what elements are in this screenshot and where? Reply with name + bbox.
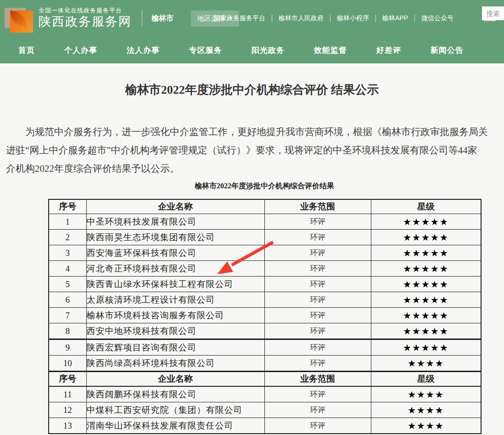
- cell-scope: 环评: [264, 230, 371, 245]
- article-content: 榆林市2022年度涉批中介机构综合评价 结果公示 为规范中介服务行为，进一步强化…: [0, 63, 504, 434]
- table-row: 10陕西尚绿高科环境科技有限公司环评★★★★: [49, 356, 481, 372]
- cell-no: 6: [49, 292, 86, 308]
- cell-name: 陕西雨昊生态环境集团有限公司: [86, 230, 264, 245]
- top-link[interactable]: 微信公众号: [415, 14, 460, 23]
- cell-stars: ★★★★★: [371, 245, 481, 261]
- header-cell: 业务范围: [264, 372, 371, 387]
- top-link[interactable]: 榆林APP: [376, 14, 414, 23]
- cell-no: 13: [49, 418, 86, 434]
- cell-scope: 环评: [264, 261, 371, 277]
- cell-no: 12: [49, 402, 86, 418]
- header-cell: 业务范围: [264, 199, 371, 214]
- cell-no: 3: [49, 245, 86, 261]
- table-row: 2陕西雨昊生态环境集团有限公司环评★★★★★: [49, 230, 481, 245]
- table-row: 4河北奇正环境科技有限公司环评★★★★★: [49, 261, 481, 277]
- cell-name: 中煤科工西安研究院（集团）有限公司: [86, 402, 264, 418]
- top-links: 国家政务服务平台榆林市人民政府榆林小程序榆林APP微信公众号注册: [207, 0, 497, 37]
- top-link[interactable]: 榆林小程序: [330, 14, 375, 23]
- cell-name: 中圣环境科技发展有限公司: [86, 214, 264, 230]
- cell-no: 7: [49, 308, 86, 323]
- nav-item[interactable]: 效能监督: [314, 45, 347, 56]
- header-divider: [142, 11, 142, 26]
- table-row: 1中圣环境科技发展有限公司环评★★★★★: [49, 214, 481, 230]
- table-row: 12中煤科工西安研究院（集团）有限公司环评★★★★: [49, 402, 481, 418]
- cell-stars: ★★★★★: [371, 323, 481, 339]
- cell-scope: 环评: [264, 308, 371, 323]
- header-cell: 企业名称: [86, 199, 264, 214]
- cell-no: 10: [49, 356, 86, 372]
- cell-stars: ★★★★★: [371, 292, 481, 308]
- cell-name: 陕西青山绿水环保科技工程有限公司: [86, 277, 264, 292]
- table-row: 13渭南华山环保科技发展有限责任公司环评★★★★: [49, 418, 481, 434]
- cell-name: 河北奇正环境科技有限公司: [86, 261, 264, 277]
- cell-no: 4: [49, 261, 86, 277]
- cell-scope: 环评: [264, 356, 371, 372]
- nav-item[interactable]: 好差评: [376, 45, 401, 56]
- cell-scope: 环评: [264, 418, 371, 434]
- results-table: 序号企业名称业务范围星级1中圣环境科技发展有限公司环评★★★★★2陕西雨昊生态环…: [48, 199, 482, 434]
- announcement-paragraph: 为规范中介服务行为，进一步强化中介监管工作，更好地提升我市营商环境，根据《榆林市…: [0, 123, 504, 178]
- cell-stars: ★★★★★: [371, 277, 481, 292]
- cell-stars: ★★★★★: [371, 214, 481, 230]
- cell-scope: 环评: [264, 323, 371, 339]
- search-input[interactable]: [482, 6, 504, 20]
- platform-label: 全国一体化在线政务服务平台: [39, 7, 132, 14]
- nav-item[interactable]: 首页: [18, 45, 35, 56]
- header-cell: 星级: [371, 199, 481, 214]
- main-nav: 首页个人办事法人办事专区服务阳光政务效能监督好差评新闻公告: [0, 37, 504, 63]
- table-row: 6太原核清环境工程设计有限公司环评★★★★★: [49, 292, 481, 308]
- cell-scope: 环评: [264, 277, 371, 292]
- site-logo: [4, 4, 33, 33]
- cell-name: 渭南华山环保科技发展有限责任公司: [86, 418, 264, 434]
- cell-name: 榆林市环境科技咨询服务有限公司: [86, 308, 264, 323]
- cell-name: 西安海蓝环保科技有限公司: [86, 245, 264, 261]
- cell-name: 陕西阔鹏环保科技有限公司: [86, 386, 264, 402]
- table-row: 9陕西宏辉项目咨询有限公司环评★★★★★: [49, 339, 481, 356]
- nav-item[interactable]: 新闻公告: [431, 45, 464, 56]
- site-name: 陕西政务服务网: [39, 14, 132, 30]
- table-row: 8西安中地环境科技有限公司环评★★★★★: [49, 323, 481, 339]
- cell-stars: ★★★★: [371, 356, 481, 372]
- header-cell: 序号: [49, 372, 86, 387]
- table-header-row: 序号企业名称业务范围星级: [49, 199, 481, 214]
- cell-no: 1: [49, 214, 86, 230]
- cell-stars: ★★★★★: [371, 339, 481, 356]
- cell-name: 西安中地环境科技有限公司: [86, 323, 264, 339]
- table-row: 5陕西青山绿水环保科技工程有限公司环评★★★★★: [49, 277, 481, 292]
- brand-text: 全国一体化在线政务服务平台 陕西政务服务网: [39, 7, 132, 30]
- current-city-label: 榆林市: [151, 14, 174, 23]
- cell-name: 太原核清环境工程设计有限公司: [86, 292, 264, 308]
- header-cell: 序号: [49, 199, 86, 214]
- site-header: 全国一体化在线政务服务平台 陕西政务服务网 榆林市 地区选择 ▼ 国家政务服务平…: [0, 0, 504, 37]
- cell-stars: ★★★★★: [371, 308, 481, 323]
- page-title: 榆林市2022年度涉批中介机构综合评价 结果公示: [0, 63, 504, 100]
- page: { "brand": { "platform_label": "全国一体化在线政…: [0, 0, 504, 435]
- cell-scope: 环评: [264, 292, 371, 308]
- table-caption: 榆林市2022年度涉批中介机构综合评价结果: [48, 181, 481, 191]
- table-header-row: 序号企业名称业务范围星级: [49, 372, 481, 387]
- top-link[interactable]: 国家政务服务平台: [207, 14, 272, 23]
- cell-name: 陕西尚绿高科环境科技有限公司: [86, 356, 264, 372]
- cell-stars: ★★★★★: [371, 230, 481, 245]
- cell-scope: 环评: [264, 339, 371, 356]
- nav-item[interactable]: 个人办事: [64, 45, 97, 56]
- cell-name: 陕西宏辉项目咨询有限公司: [86, 339, 264, 356]
- nav-item[interactable]: 法人办事: [127, 45, 160, 56]
- paragraph-line: 为规范中介服务行为，进一步强化中介监管工作，更好地提升我市营商环境，根据《榆林市…: [6, 123, 504, 141]
- cell-no: 11: [49, 386, 86, 402]
- top-link[interactable]: 榆林市人民政府: [272, 14, 330, 23]
- cell-scope: 环评: [264, 386, 371, 402]
- cell-no: 8: [49, 323, 86, 339]
- nav-item[interactable]: 阳光政务: [252, 45, 285, 56]
- nav-item[interactable]: 专区服务: [189, 45, 222, 56]
- cell-scope: 环评: [264, 402, 371, 418]
- cell-stars: ★★★★: [371, 418, 481, 434]
- cell-scope: 环评: [264, 214, 371, 230]
- paragraph-line: 介机构2022年度综合评价结果予以公示。: [6, 159, 504, 178]
- paragraph-line: 进驻“网上中介服务超市”中介机构考评管理规定（试行）》要求，现将评定的中圣环境科…: [6, 141, 504, 159]
- header-cell: 星级: [371, 372, 481, 387]
- cell-stars: ★★★★: [371, 386, 481, 402]
- table-row: 11陕西阔鹏环保科技有限公司环评★★★★: [49, 386, 481, 402]
- cell-no: 5: [49, 277, 86, 292]
- header-cell: 企业名称: [86, 372, 264, 387]
